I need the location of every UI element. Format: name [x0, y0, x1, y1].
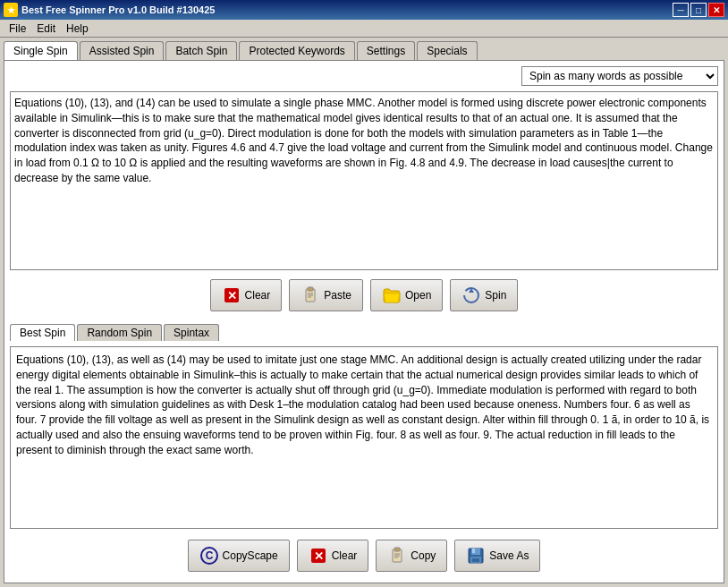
tab-assisted-spin[interactable]: Assisted Spin [80, 41, 165, 60]
content-panel: Spin as many words as possible Spin ever… [4, 60, 724, 583]
svg-text:✕: ✕ [226, 289, 236, 302]
titlebar-controls: ─ □ ✕ [673, 3, 724, 17]
open-button[interactable]: Open [370, 279, 443, 311]
tab-bar: Single Spin Assisted Spin Batch Spin Pro… [4, 41, 724, 60]
tab-random-spin[interactable]: Random Spin [77, 324, 162, 341]
output-textarea[interactable]: Equations (10), (13), as well as (14) ma… [14, 351, 714, 524]
folder-icon [382, 285, 402, 305]
tab-best-spin[interactable]: Best Spin [10, 324, 75, 341]
spin-label: Spin [485, 289, 506, 302]
clear-icon: ✕ [222, 285, 241, 305]
app-icon: ★ [4, 3, 18, 17]
tab-batch-spin[interactable]: Batch Spin [165, 41, 237, 60]
spin-mode-row: Spin as many words as possible Spin ever… [10, 66, 718, 86]
copyscape-label: CopyScape [223, 549, 278, 562]
paste-label: Paste [324, 289, 351, 302]
clear-input-label: Clear [245, 289, 271, 302]
menu-file[interactable]: File [4, 21, 31, 36]
clear-output-label: Clear [332, 549, 358, 562]
menubar: File Edit Help [0, 20, 728, 38]
svg-text:✕: ✕ [313, 549, 323, 563]
output-panel: Equations (10), (13), as well as (14) ma… [10, 346, 718, 529]
copy-button[interactable]: Copy [376, 540, 447, 572]
copy-icon [387, 546, 407, 566]
svg-rect-22 [472, 558, 479, 562]
bottom-button-row: C CopyScape ✕ Clear [10, 534, 718, 577]
tab-spintax[interactable]: Spintax [164, 324, 219, 341]
clear-output-button[interactable]: ✕ Clear [297, 540, 369, 572]
saveas-label: Save As [489, 549, 529, 562]
titlebar: ★ Best Free Spinner Pro v1.0 Build #1304… [0, 0, 728, 20]
menu-edit[interactable]: Edit [31, 21, 61, 36]
clear-input-button[interactable]: ✕ Clear [210, 279, 283, 311]
copyscape-button[interactable]: C CopyScape [188, 540, 290, 572]
svg-rect-14 [394, 548, 400, 551]
paste-icon [301, 285, 320, 305]
save-icon [466, 546, 486, 566]
titlebar-left: ★ Best Free Spinner Pro v1.0 Build #1304… [4, 3, 215, 17]
titlebar-title: Best Free Spinner Pro v1.0 Build #130425 [21, 4, 215, 15]
paste-button[interactable]: Paste [289, 279, 363, 311]
tab-single-spin[interactable]: Single Spin [4, 41, 78, 60]
spin-mode-select[interactable]: Spin as many words as possible Spin ever… [521, 66, 718, 86]
svg-rect-3 [308, 287, 313, 291]
window-body: Single Spin Assisted Spin Batch Spin Pro… [0, 38, 728, 587]
svg-rect-20 [472, 549, 475, 553]
svg-text:C: C [205, 549, 213, 562]
input-textarea[interactable]: Equations (10), (13), and (14) can be us… [10, 91, 718, 270]
spin-icon [461, 285, 481, 305]
tab-settings[interactable]: Settings [357, 41, 415, 60]
copyscape-icon: C [199, 546, 219, 566]
output-tab-bar: Best Spin Random Spin Spintax [10, 324, 718, 341]
spin-button[interactable]: Spin [450, 279, 518, 311]
copy-label: Copy [411, 549, 436, 562]
menu-help[interactable]: Help [61, 21, 94, 36]
clear-output-icon: ✕ [309, 546, 328, 566]
saveas-button[interactable]: Save As [454, 540, 540, 572]
tab-specials[interactable]: Specials [417, 41, 477, 60]
tab-protected-keywords[interactable]: Protected Keywords [239, 41, 354, 60]
minimize-button[interactable]: ─ [673, 3, 689, 17]
close-button[interactable]: ✕ [708, 3, 724, 17]
input-button-row: ✕ Clear Paste [10, 276, 718, 315]
maximize-button[interactable]: □ [690, 3, 707, 17]
open-label: Open [405, 289, 431, 302]
